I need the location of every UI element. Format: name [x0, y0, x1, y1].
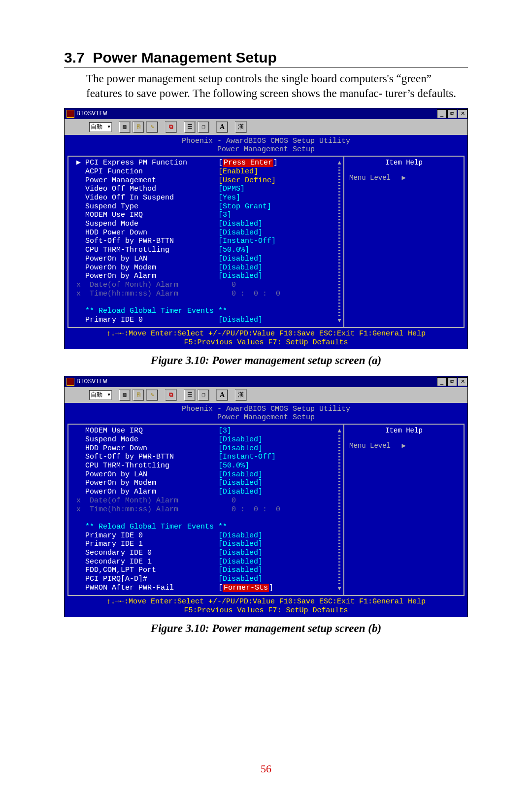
font-button[interactable]: A [216, 121, 228, 133]
bios-row[interactable]: Primary IDE 0[Disabled] [76, 316, 343, 325]
bios-row[interactable]: ACPI Function[Enabled] [76, 167, 343, 176]
maximize-button[interactable]: ⧉ [447, 109, 457, 118]
bios-row: ** Reload Global Timer Events ** [76, 523, 343, 531]
bios-row[interactable]: PWRON After PWR-Fail[Former-Sts] [76, 584, 343, 593]
bios-row-label: PowerOn by LAN [85, 470, 218, 479]
chevron-right-icon: ▶ [401, 174, 405, 182]
bios-row[interactable]: CPU THRM-Throttling[50.0%] [76, 462, 343, 470]
bios-row-value: [Disabled] [218, 444, 263, 453]
copy-icon[interactable]: ⎘ [133, 389, 144, 401]
bios-row[interactable]: Suspend Type[Stop Grant] [76, 202, 343, 211]
bios-row-value: [3] [218, 427, 232, 435]
background-icon[interactable]: ❐ [198, 121, 209, 133]
toolbar-select[interactable]: 自動▼ [89, 122, 112, 132]
bios-row[interactable]: Soft-Off by PWR-BTTN[Instant-Off] [76, 237, 343, 246]
bios-row-label: Date(of Month) Alarm [90, 281, 223, 290]
bios-row[interactable]: PowerOn by LAN[Disabled] [76, 255, 343, 264]
bios-row-label: Video Off Method [85, 185, 218, 194]
bios-row[interactable]: PowerOn by LAN[Disabled] [76, 470, 343, 479]
bios-row[interactable]: Secondary IDE 1[Disabled] [76, 558, 343, 566]
bios-row[interactable]: x Date(of Month) Alarm 0 [76, 281, 343, 290]
bios-row[interactable]: Primary IDE 0[Disabled] [76, 531, 343, 540]
minimize-button[interactable]: _ [437, 109, 447, 118]
bios-row[interactable]: PowerOn by Alarm[Disabled] [76, 272, 343, 281]
paste-icon[interactable]: ✎ [146, 389, 158, 401]
bios-row[interactable]: PowerOn by Modem[Disabled] [76, 264, 343, 272]
minimize-button[interactable]: _ [437, 377, 447, 386]
bios-row-label: Time(hh:mm:ss) Alarm [90, 290, 223, 299]
toolbar: 自動▼ ▧ ⎘ ✎ ⧉ ☰ ❐ A 漢 [65, 387, 467, 403]
bios-row[interactable]: CPU THRM-Throttling[50.0%] [76, 246, 343, 255]
bios-row-value: [Press Enter] [218, 159, 278, 167]
paste-icon[interactable]: ✎ [146, 121, 158, 133]
section-title-text: Power Management Setup [93, 49, 276, 66]
bios-row[interactable]: ▶ PCI Express PM Function[Press Enter] [76, 159, 343, 167]
row-pointer [76, 246, 85, 255]
bios-row-value: [Disabled] [218, 540, 263, 549]
copy-icon[interactable]: ⎘ [133, 121, 144, 133]
bios-row[interactable]: MODEM Use IRQ[3] [76, 427, 343, 435]
scrollbar[interactable]: ▲ ▼ [337, 428, 341, 592]
row-pointer [76, 584, 85, 593]
bios-row-value: [Disabled] [218, 255, 263, 264]
close-button[interactable]: ✕ [458, 109, 467, 118]
bios-row[interactable]: HDD Power Down[Disabled] [76, 229, 343, 237]
bios-row-label: FDD,COM,LPT Port [85, 566, 218, 575]
properties-icon[interactable]: ☰ [184, 389, 196, 401]
figure-caption-b: Figure 3.10: Power management setup scre… [64, 622, 468, 635]
bios-row-label: HDD Power Down [85, 229, 218, 237]
bios-row-label: Secondary IDE 1 [85, 558, 218, 566]
bios-row[interactable]: x Time(hh:mm:ss) Alarm 0 : 0 : 0 [76, 290, 343, 299]
cjk-button[interactable]: 漢 [235, 121, 247, 133]
bios-row[interactable]: HDD Power Down[Disabled] [76, 444, 343, 453]
cjk-button[interactable]: 漢 [235, 389, 247, 401]
section-paragraph: The power management setup controls the … [86, 71, 468, 101]
background-icon[interactable]: ❐ [198, 389, 209, 401]
bios-row[interactable]: Video Off Method[DPMS] [76, 185, 343, 194]
bios-row[interactable]: Video Off In Suspend[Yes] [76, 194, 343, 202]
fullscreen-icon[interactable]: ⧉ [165, 121, 177, 133]
bios-row[interactable]: Suspend Mode[Disabled] [76, 220, 343, 229]
bios-row[interactable]: PowerOn by Modem[Disabled] [76, 479, 343, 488]
bios-row[interactable]: x Time(hh:mm:ss) Alarm 0 : 0 : 0 [76, 505, 343, 514]
bios-row[interactable]: PCI PIRQ[A-D]#[Disabled] [76, 575, 343, 584]
bios-row-label: Video Off In Suspend [85, 194, 218, 202]
row-pointer: x [76, 497, 90, 505]
bios-row-label: Secondary IDE 0 [85, 549, 218, 558]
bios-row[interactable]: Secondary IDE 0[Disabled] [76, 549, 343, 558]
scrollbar[interactable]: ▲ ▼ [337, 160, 341, 324]
fullscreen-icon[interactable]: ⧉ [165, 389, 177, 401]
bios-row[interactable]: Power Management[User Define] [76, 176, 343, 185]
bios-row-label: Suspend Mode [85, 435, 218, 444]
marquee-icon[interactable]: ▧ [119, 389, 131, 401]
bios-row[interactable]: Primary IDE 1[Disabled] [76, 540, 343, 549]
bios-row[interactable]: FDD,COM,LPT Port[Disabled] [76, 566, 343, 575]
row-pointer: ▶ [76, 159, 85, 167]
help-title: Item Help [349, 427, 459, 434]
close-button[interactable]: ✕ [458, 377, 467, 386]
bios-row[interactable]: Suspend Mode[Disabled] [76, 435, 343, 444]
titlebar: BIOSVIEW _ ⧉ ✕ [65, 376, 467, 387]
properties-icon[interactable]: ☰ [184, 121, 196, 133]
bios-row-value: [Disabled] [218, 264, 263, 272]
maximize-button[interactable]: ⧉ [447, 377, 457, 386]
bios-row[interactable]: Soft-Off by PWR-BTTN[Instant-Off] [76, 453, 343, 462]
toolbar-select[interactable]: 自動▼ [89, 390, 112, 400]
marquee-icon[interactable]: ▧ [119, 121, 131, 133]
bios-row-label: PowerOn by LAN [85, 255, 218, 264]
bios-main-panel[interactable]: MODEM Use IRQ[3] Suspend Mode[Disabled] … [67, 424, 343, 596]
bios-row[interactable]: PowerOn by Alarm[Disabled] [76, 488, 343, 497]
bios-row-label: Primary IDE 0 [85, 316, 218, 325]
bios-row-value: [Disabled] [218, 488, 263, 497]
bios-row-value: [50.0%] [218, 246, 249, 255]
bios-row-label: Date(of Month) Alarm [90, 497, 223, 505]
font-button[interactable]: A [216, 389, 228, 401]
bios-row-label: Soft-Off by PWR-BTTN [85, 453, 218, 462]
bios-main-panel[interactable]: ▶ PCI Express PM Function[Press Enter] A… [67, 156, 343, 328]
bios-row[interactable]: x Date(of Month) Alarm 0 [76, 497, 343, 505]
bios-section-heading: ** Reload Global Timer Events ** [76, 523, 227, 531]
bios-row[interactable]: MODEM Use IRQ[3] [76, 211, 343, 220]
bios-footer: ↑↓→←:Move Enter:Select +/-/PU/PD:Value F… [65, 328, 467, 349]
bios-row-value: [Former-Sts] [218, 584, 273, 593]
bios-row-label: PowerOn by Modem [85, 479, 218, 488]
